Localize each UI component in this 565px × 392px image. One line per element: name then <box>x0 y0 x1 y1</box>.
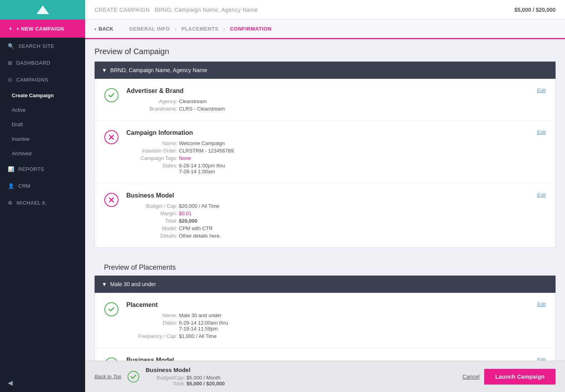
placement-bm-card: Business Model Budget/Cap: $5,000 / Mont… <box>95 348 555 361</box>
crm-icon: 👤 <box>8 183 15 189</box>
campaign-group-header: ▼ BRND, Campaign Name, Agency Name <box>95 62 556 79</box>
sidebar-item-archived[interactable]: Archived <box>0 146 85 161</box>
sidebar-item-inactive[interactable]: Inactive <box>0 132 85 146</box>
new-campaign-button[interactable]: ＋ + NEW CAMPAIGN <box>0 20 85 38</box>
field-dates: Dates: 6-28-14 1:00pm thru7-28-14 1:00am <box>126 163 529 174</box>
sidebar-item-dashboard[interactable]: ⊞ DASHBOARD <box>0 54 85 71</box>
campaign-info-card: Campaign Information Name: Welcome Campa… <box>95 121 555 183</box>
sidebar-item-draft[interactable]: Draft <box>0 117 85 132</box>
campaign-info-edit-link[interactable]: Edit <box>537 129 546 135</box>
bottom-actions: Cancel Launch Campaign <box>463 369 556 385</box>
chevron-left-icon: ◀ <box>8 379 13 386</box>
advertiser-body: Advertiser & Brand Agency: Clearstream B… <box>126 87 529 112</box>
sidebar-item-search[interactable]: 🔍 SEARCH SITE <box>0 38 85 54</box>
bottom-info: Business Model Budget/Cap: $5,000 / Mont… <box>146 367 456 387</box>
launch-campaign-button[interactable]: Launch Campaign <box>484 369 556 385</box>
success-icon <box>104 88 118 102</box>
campaigns-icon: ⊙ <box>8 77 13 83</box>
search-icon: 🔍 <box>8 43 15 49</box>
placement-edit-link[interactable]: Edit <box>537 301 546 307</box>
placement-field-dates: Dates: 6-29-14 12:00am thru7-19-14 11:59… <box>126 320 529 332</box>
sidebar-item-create-campaign[interactable]: Create Campaign <box>0 88 85 103</box>
error-icon <box>104 130 118 144</box>
field-campaign-tags: Campaign Tags: None <box>126 155 529 161</box>
field-budget-cap: Budget / Cap: $20,000 / All Time <box>126 203 529 209</box>
advertiser-card: Advertiser & Brand Agency: Clearstream B… <box>95 79 555 121</box>
error-icon-2 <box>104 193 118 207</box>
field-name: Name: Welcome Campaign <box>126 140 529 146</box>
chevron-icon: › <box>175 25 177 33</box>
placement-bm-body: Business Model Budget/Cap: $5,000 / Mont… <box>126 357 529 361</box>
placement-group-header: ▼ Male 30 and under <box>95 276 556 293</box>
bottom-field-budget: Budget/Cap: $5,000 / Month <box>146 375 456 381</box>
placement-cards: Placement Name: Male 30 and under Dates:… <box>95 293 556 361</box>
chevron-icon-2: › <box>223 25 225 33</box>
sidebar-item-crm[interactable]: 👤 CRM <box>0 178 85 194</box>
dashboard-icon: ⊞ <box>8 60 13 66</box>
field-agency: Agency: Clearstream <box>126 98 529 104</box>
page-title: CREATE CAMPAIGN BRND, Campaign Name, Age… <box>95 7 258 13</box>
field-margin: Margin: $0.01 <box>126 211 529 216</box>
field-brandname: Brandname: CLRS - Clearstream <box>126 106 529 112</box>
budget-display: $5,000 / $20,000 <box>514 7 556 13</box>
cancel-button[interactable]: Cancel <box>463 374 480 380</box>
top-header: CREATE CAMPAIGN BRND, Campaign Name, Age… <box>85 0 565 20</box>
campaign-info-fields: Name: Welcome Campaign Insertion Order: … <box>126 140 529 174</box>
placement-bm-success-icon <box>104 358 118 361</box>
sidebar-item-reports[interactable]: 📊 REPORTS <box>0 161 85 178</box>
back-button[interactable]: ‹ BACK <box>95 26 113 32</box>
placement-fields: Name: Male 30 and under Dates: 6-29-14 1… <box>126 312 529 339</box>
reports-icon: 📊 <box>8 166 15 172</box>
placements-section: Preview of Placements ▼ Male 30 and unde… <box>95 256 556 361</box>
svg-marker-0 <box>36 5 49 14</box>
advertiser-fields: Agency: Clearstream Brandname: CLRS - Cl… <box>126 98 529 112</box>
bottom-field-total: Total: $5,000 / $20,000 <box>146 381 456 387</box>
business-model-body: Business Model Budget / Cap: $20,000 / A… <box>126 192 529 239</box>
business-model-edit-link[interactable]: Edit <box>537 192 546 198</box>
advertiser-edit-link[interactable]: Edit <box>537 87 546 93</box>
main-content: CREATE CAMPAIGN BRND, Campaign Name, Age… <box>85 0 565 392</box>
placement-field-freq: Frequency / Cap: $1,000 / All Time <box>126 333 529 339</box>
settings-icon: ⚙ <box>8 200 13 206</box>
back-to-top-link[interactable]: Back to Top <box>95 374 121 379</box>
placement-bm-edit-link[interactable]: Edit <box>537 357 546 361</box>
chevron-left-icon: ‹ <box>95 26 96 32</box>
campaign-section: ▼ BRND, Campaign Name, Agency Name Adver… <box>95 62 556 248</box>
placement-field-name: Name: Male 30 and under <box>126 312 529 318</box>
placement-body: Placement Name: Male 30 and under Dates:… <box>126 301 529 339</box>
field-details: Details: Other details here. <box>126 233 529 239</box>
field-total: Total: $20,000 <box>126 218 529 224</box>
steps-bar: ‹ BACK GENERAL INFO › PLACEMENTS › CONFI… <box>85 20 565 39</box>
sidebar-item-michael[interactable]: ⚙ MICHAEL K. <box>0 194 85 211</box>
business-model-fields: Budget / Cap: $20,000 / All Time Margin:… <box>126 203 529 239</box>
placements-title: Preview of Placements <box>95 256 556 276</box>
field-model: Model: CPM with CTR <box>126 225 529 231</box>
step-placements[interactable]: PLACEMENTS <box>181 26 219 32</box>
step-confirmation[interactable]: CONFIRMATION <box>230 26 272 32</box>
campaign-info-body: Campaign Information Name: Welcome Campa… <box>126 129 529 174</box>
bottom-status-icon <box>128 371 139 383</box>
placement-success-icon <box>104 302 118 316</box>
sidebar-logo <box>0 0 85 20</box>
plus-icon: ＋ <box>8 25 13 32</box>
campaign-cards: Advertiser & Brand Agency: Clearstream B… <box>95 79 556 248</box>
bottom-bar: Back to Top Business Model Budget/Cap: $… <box>85 361 565 392</box>
preview-title: Preview of Campaign <box>85 39 565 62</box>
step-general-info[interactable]: GENERAL INFO <box>129 26 170 32</box>
collapse-icon: ▼ <box>102 67 107 73</box>
field-insertion-order: Insertion Order: CLRSTRM - 123456789 <box>126 148 529 154</box>
placement-card: Placement Name: Male 30 and under Dates:… <box>95 293 555 348</box>
business-model-card: Business Model Budget / Cap: $20,000 / A… <box>95 183 555 247</box>
collapse-icon-2: ▼ <box>102 281 107 287</box>
sidebar-item-active[interactable]: Active <box>0 103 85 117</box>
sidebar-item-campaigns[interactable]: ⊙ CAMPAIGNS <box>0 71 85 88</box>
sidebar-collapse-button[interactable]: ◀ <box>0 374 85 392</box>
sidebar: ＋ + NEW CAMPAIGN 🔍 SEARCH SITE ⊞ DASHBOA… <box>0 0 85 392</box>
content-area: Preview of Campaign ▼ BRND, Campaign Nam… <box>85 39 565 361</box>
